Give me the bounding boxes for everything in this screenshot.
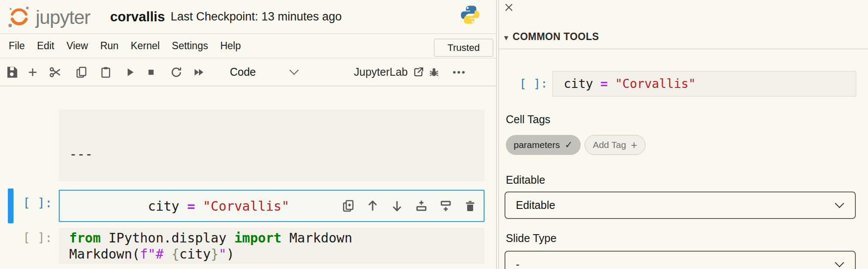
code-token: city [179, 246, 211, 262]
selected-code-cell[interactable]: city = "Corvallis" [59, 190, 484, 222]
selected-cell-prompt: [ ]: [0, 196, 52, 211]
delete-cell-icon[interactable] [463, 198, 478, 213]
code-token: IPython.display [101, 230, 234, 245]
interrupt-kernel-button[interactable] [144, 65, 158, 80]
notebook-title[interactable]: corvallis [110, 9, 165, 25]
trusted-button[interactable]: Trusted [434, 39, 493, 57]
code-token: = [179, 198, 203, 214]
editable-select[interactable]: Editable [505, 192, 856, 219]
save-button[interactable] [4, 65, 19, 80]
import-code-cell[interactable]: from IPython.display import Markdown Mar… [59, 228, 484, 264]
open-in-jupyterlab-link[interactable]: JupyterLab [354, 58, 424, 86]
debugger-icon[interactable] [427, 65, 441, 80]
property-inspector-panel: ▾ COMMON TOOLS [ ]: city = "Corvallis" C… [498, 0, 868, 269]
check-icon: ✓ [565, 139, 572, 151]
app-window: jupyter corvallis Last Checkpoint: 13 mi… [0, 0, 868, 269]
code-token: = [593, 77, 615, 91]
common-tools-section-header[interactable]: ▾ COMMON TOOLS [499, 0, 868, 49]
copy-cells-button[interactable] [74, 65, 89, 80]
external-link-icon [412, 66, 424, 78]
code-token: Markdown( [69, 246, 140, 262]
menu-kernel[interactable]: Kernel [124, 40, 165, 52]
collapse-triangle-icon: ▾ [504, 33, 508, 43]
run-cell-button[interactable] [122, 65, 137, 80]
code-token: f"# [140, 246, 172, 262]
insert-cell-button[interactable] [25, 65, 40, 80]
header-bar: jupyter corvallis Last Checkpoint: 13 mi… [0, 0, 496, 34]
menu-file[interactable]: File [3, 40, 31, 52]
jupyter-logo-icon [6, 4, 32, 30]
slide-type-label: Slide Type [506, 232, 556, 245]
code-token: Markdown [282, 230, 353, 245]
tag-parameters[interactable]: parameters ✓ [506, 135, 581, 155]
move-cell-down-icon[interactable] [390, 198, 404, 213]
checkpoint-status: Last Checkpoint: 13 minutes ago [171, 10, 342, 24]
code-token: "Corvallis" [615, 77, 696, 91]
code-token: import [234, 230, 281, 245]
slide-type-select-value: - [516, 258, 519, 269]
preview-cell[interactable]: city = "Corvallis" [552, 71, 856, 97]
cell-tags-list: parameters ✓ Add Tag + [506, 135, 646, 155]
cell-type-value: Code [230, 66, 256, 78]
code-token: " [219, 246, 226, 262]
insert-cell-above-icon[interactable] [414, 198, 429, 213]
cut-cells-button[interactable] [48, 65, 63, 80]
more-options-icon[interactable]: ••• [453, 58, 466, 86]
slide-type-select[interactable]: - [505, 251, 856, 269]
code-token: city [564, 77, 593, 91]
code-token: ) [226, 246, 234, 262]
editable-label: Editable [506, 174, 545, 186]
chevron-down-icon [835, 258, 844, 267]
code-token: from [69, 230, 101, 245]
cell-type-dropdown[interactable]: Code [230, 58, 256, 86]
code-token: { [172, 246, 179, 262]
code-token: "Corvallis" [203, 198, 289, 214]
cell-toolbar [341, 198, 478, 213]
code-token: city [148, 198, 179, 214]
tag-label: parameters [514, 140, 560, 150]
add-tag-label: Add Tag [593, 140, 626, 150]
chevron-down-icon[interactable] [289, 66, 299, 75]
chevron-down-icon [835, 199, 844, 208]
menu-run[interactable]: Run [94, 40, 124, 52]
preview-cell-prompt: [ ]: [499, 77, 548, 90]
notebook-area: jupyter corvallis Last Checkpoint: 13 mi… [0, 0, 497, 269]
paste-cells-button[interactable] [98, 65, 113, 80]
cell-tags-label: Cell Tags [506, 113, 550, 126]
plus-icon: + [631, 140, 637, 151]
run-all-cells-button[interactable] [192, 65, 206, 80]
editable-select-value: Editable [516, 199, 555, 212]
duplicate-cell-icon[interactable] [341, 198, 356, 213]
section-title: COMMON TOOLS [513, 31, 599, 43]
insert-cell-below-icon[interactable] [438, 198, 453, 213]
restart-kernel-button[interactable] [169, 65, 184, 80]
jupyterlab-label: JupyterLab [354, 66, 408, 78]
move-cell-up-icon[interactable] [365, 198, 380, 213]
raw-cell-line: --- [69, 146, 474, 162]
jupyter-wordmark: jupyter [36, 7, 90, 28]
add-tag-button[interactable]: Add Tag + [585, 135, 646, 155]
menu-bar: File Edit View Run Kernel Settings Help … [0, 34, 496, 58]
code-token: } [211, 246, 219, 262]
menu-edit[interactable]: Edit [31, 40, 61, 52]
menu-help[interactable]: Help [214, 40, 247, 52]
menu-settings[interactable]: Settings [166, 40, 214, 52]
python-kernel-icon [460, 4, 481, 25]
notebook-toolbar: Code JupyterLab ••• [0, 58, 496, 86]
menu-view[interactable]: View [61, 40, 94, 52]
raw-cell[interactable]: --- format: typst echo: false --- [59, 110, 484, 182]
code-cell-prompt: [ ]: [0, 231, 52, 245]
